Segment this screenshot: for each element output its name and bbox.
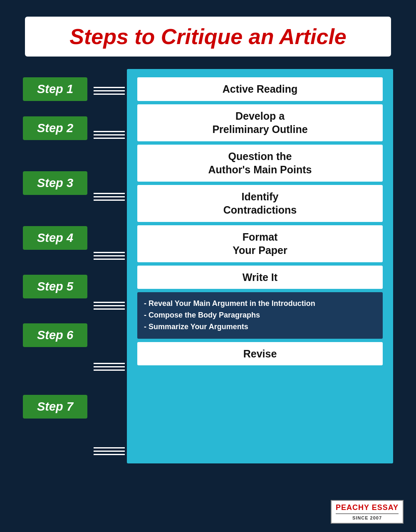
- hbar-6b: [94, 366, 125, 367]
- card-step-1: Active Reading: [137, 77, 383, 101]
- step-5-badge: Step 5: [23, 275, 87, 298]
- hbar-2b: [94, 134, 125, 135]
- hbar-3b: [94, 196, 125, 197]
- hbar-1c: [94, 94, 125, 95]
- step-7-badge-wrap: Step 7: [23, 395, 94, 419]
- step-7-badge: Step 7: [23, 395, 87, 419]
- hbar-4a: [94, 252, 125, 253]
- step-5-badge-wrap: Step 5: [23, 275, 94, 298]
- hbar-3a: [94, 193, 125, 194]
- connector-2: [94, 119, 127, 150]
- hbar-1b: [94, 90, 125, 91]
- card-step-7: Revise: [137, 342, 383, 366]
- title-box: Steps to Critique an Article: [25, 17, 391, 57]
- hbar-7b: [94, 451, 125, 452]
- connector-5: [94, 293, 127, 318]
- step-6-badge-wrap: Step 6: [23, 323, 94, 347]
- step-1-badge-wrap: Step 1: [23, 77, 94, 101]
- title-section: Steps to Critique an Article: [0, 17, 416, 57]
- watermark: PEACHY ESSAY SINCE 2007: [331, 500, 404, 524]
- hbar-6a: [94, 363, 125, 364]
- connector-4: [94, 243, 127, 268]
- connector-7: [94, 438, 127, 463]
- step-3-badge-wrap: Step 3: [23, 171, 94, 195]
- watermark-brand: PEACHY ESSAY: [336, 503, 399, 512]
- subbox-line-2: - Compose the Body Paragraphs: [144, 311, 260, 319]
- card-step-2: Develop aPreliminary Outline: [137, 104, 383, 141]
- subbox-line-1: - Reveal Your Main Argument in the Intro…: [144, 299, 315, 308]
- connectors-column: [94, 69, 127, 463]
- hbar-2a: [94, 131, 125, 132]
- subbox-line-3: - Summarize Your Arguments: [144, 323, 248, 331]
- card-step-6: Write It: [137, 266, 383, 289]
- hbar-6c: [94, 369, 125, 371]
- card-step-4: IdentifyContradictions: [137, 185, 383, 222]
- cards-column: Active Reading Develop aPreliminary Outl…: [127, 69, 393, 463]
- hbar-4b: [94, 255, 125, 256]
- hbar-7c: [94, 454, 125, 455]
- step-6-badge: Step 6: [23, 323, 87, 347]
- hbar-7a: [94, 447, 125, 448]
- card-step-5: FormatYour Paper: [137, 225, 383, 262]
- steps-column: Step 1 Step 2 Step 3 Step 4 Step 5 Step …: [23, 69, 94, 463]
- step-2-badge: Step 2: [23, 116, 87, 140]
- step-4-badge: Step 4: [23, 226, 87, 250]
- connector-3: [94, 181, 127, 212]
- card-step-3: Question theAuthor's Main Points: [137, 145, 383, 182]
- step-2-badge-wrap: Step 2: [23, 116, 94, 140]
- step-1-badge: Step 1: [23, 77, 87, 101]
- hbar-5a: [94, 302, 125, 303]
- hbar-5c: [94, 308, 125, 310]
- hbar-1a: [94, 87, 125, 88]
- step-3-badge: Step 3: [23, 171, 87, 195]
- main-layout: Step 1 Step 2 Step 3 Step 4 Step 5 Step …: [23, 69, 393, 463]
- hbar-5b: [94, 305, 125, 306]
- step-4-badge-wrap: Step 4: [23, 226, 94, 250]
- watermark-divider: [336, 513, 399, 514]
- connector-6: [94, 343, 127, 391]
- subbox-step-6: - Reveal Your Main Argument in the Intro…: [137, 292, 383, 339]
- connector-1: [94, 77, 127, 104]
- page-title: Steps to Critique an Article: [69, 25, 347, 49]
- hbar-2c: [94, 138, 125, 139]
- hbar-4c: [94, 259, 125, 260]
- hbar-3c: [94, 200, 125, 201]
- watermark-since: SINCE 2007: [336, 515, 399, 520]
